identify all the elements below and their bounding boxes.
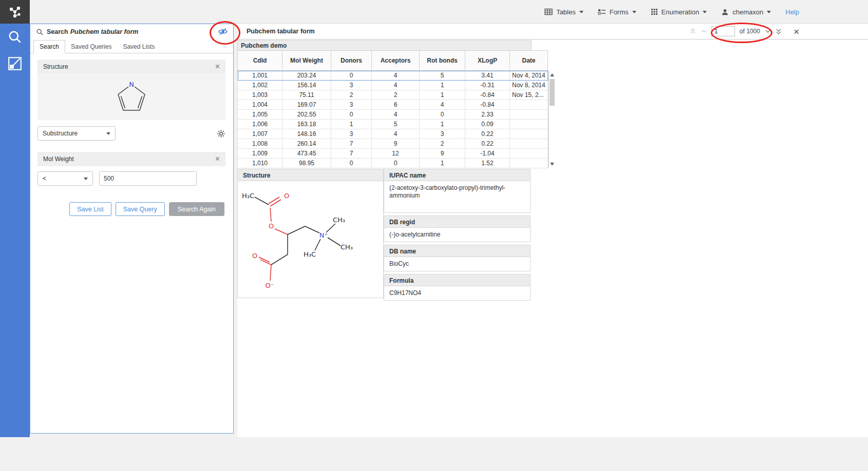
grid-cell[interactable]: 75.11 xyxy=(282,90,331,100)
table-row[interactable]: 1,009473.457129-1.04 xyxy=(238,149,548,159)
grid-cell[interactable]: 0 xyxy=(372,159,420,168)
remove-structure-filter-button[interactable]: × xyxy=(215,63,220,71)
grid-cell[interactable]: 2.33 xyxy=(465,110,510,120)
save-list-button[interactable]: Save List xyxy=(69,202,111,216)
column-header[interactable]: XLogP xyxy=(465,51,510,71)
grid-cell[interactable]: 156.14 xyxy=(282,81,331,90)
tab-saved-queries[interactable]: Saved Queries xyxy=(65,41,117,53)
grid-cell[interactable]: 202.55 xyxy=(282,110,331,120)
grid-cell[interactable]: 1,006 xyxy=(238,120,282,129)
grid-cell[interactable]: 1 xyxy=(331,120,372,129)
search-again-button[interactable]: Search Again xyxy=(169,202,224,216)
grid-cell[interactable] xyxy=(510,139,548,149)
grid-cell[interactable]: -0.84 xyxy=(465,90,510,100)
remove-molweight-filter-button[interactable]: × xyxy=(215,155,220,163)
jump-last-button[interactable] xyxy=(776,28,782,34)
scrollbar-thumb[interactable] xyxy=(550,79,555,106)
grid-cell[interactable]: 3 xyxy=(331,100,372,110)
grid-cell[interactable]: 1,001 xyxy=(238,71,282,81)
molweight-operator-select[interactable]: < xyxy=(37,171,93,186)
jump-first-button[interactable] xyxy=(690,28,696,34)
grid-cell[interactable]: 1 xyxy=(420,81,465,90)
grid-cell[interactable]: 4 xyxy=(372,81,420,90)
grid-cell[interactable]: 1 xyxy=(420,159,465,168)
grid-cell[interactable]: 2 xyxy=(420,139,465,149)
column-header[interactable]: CdId xyxy=(238,51,282,71)
grid-cell[interactable]: 1.52 xyxy=(465,159,510,168)
grid-cell[interactable]: 0.09 xyxy=(465,120,510,129)
hide-search-panel-button[interactable] xyxy=(218,27,228,38)
help-link[interactable]: Help xyxy=(785,8,799,16)
grid-cell[interactable] xyxy=(510,110,548,120)
table-row[interactable]: 1,001203.240453.41Nov 4, 2014 xyxy=(238,71,548,81)
grid-cell[interactable]: 3 xyxy=(331,129,372,139)
grid-cell[interactable]: 1,004 xyxy=(238,100,282,110)
tab-saved-lists[interactable]: Saved Lists xyxy=(117,41,160,53)
grid-cell[interactable]: 4 xyxy=(372,71,420,81)
table-row[interactable]: 1,008260.147920.22 xyxy=(238,139,548,149)
grid-cell[interactable] xyxy=(510,100,548,110)
grid-cell[interactable]: 4 xyxy=(372,110,420,120)
grid-cell[interactable] xyxy=(510,120,548,129)
menu-enumeration[interactable]: Enumeration xyxy=(651,8,707,16)
grid-cell[interactable]: 0 xyxy=(331,71,372,81)
table-row[interactable]: 1,01098.950011.52 xyxy=(238,159,548,168)
grid-cell[interactable]: 12 xyxy=(372,149,420,159)
grid-cell[interactable]: 2 xyxy=(331,90,372,100)
close-form-button[interactable]: × xyxy=(794,27,799,36)
grid-cell[interactable]: 1 xyxy=(420,120,465,129)
rail-forms-button[interactable] xyxy=(0,50,30,77)
grid-cell[interactable]: 7 xyxy=(331,149,372,159)
grid-cell[interactable]: 1,007 xyxy=(238,129,282,139)
grid-cell[interactable]: 5 xyxy=(372,120,420,129)
structure-options-gear-icon[interactable] xyxy=(217,129,225,138)
prev-record-button[interactable] xyxy=(701,28,707,34)
grid-cell[interactable]: 98.95 xyxy=(282,159,331,168)
grid-cell[interactable]: 0.22 xyxy=(465,139,510,149)
tab-search[interactable]: Search xyxy=(33,40,65,53)
grid-cell[interactable]: 148.16 xyxy=(282,129,331,139)
record-number-input[interactable] xyxy=(711,26,735,36)
grid-cell[interactable]: 3.41 xyxy=(465,71,510,81)
grid-cell[interactable]: Nov 4, 2014 xyxy=(510,71,548,81)
menu-forms[interactable]: Forms xyxy=(598,8,636,16)
scroll-down-arrow[interactable] xyxy=(550,163,554,166)
column-header[interactable]: Mol Weight xyxy=(282,51,331,71)
menu-user-chemaxon[interactable]: chemaxon xyxy=(721,8,771,16)
grid-cell[interactable]: 4 xyxy=(372,129,420,139)
table-row[interactable]: 1,00375.11221-0.84Nov 15, 2... xyxy=(238,90,548,100)
grid-cell[interactable]: 9 xyxy=(372,139,420,149)
grid-cell[interactable]: 169.07 xyxy=(282,100,331,110)
next-record-button[interactable] xyxy=(765,28,771,34)
save-query-button[interactable]: Save Query xyxy=(116,202,165,216)
table-row[interactable]: 1,005202.550402.33 xyxy=(238,110,548,120)
grid-cell[interactable]: 163.18 xyxy=(282,120,331,129)
grid-cell[interactable] xyxy=(510,149,548,159)
grid-cell[interactable] xyxy=(510,129,548,139)
grid-cell[interactable]: 260.14 xyxy=(282,139,331,149)
table-row[interactable]: 1,007148.163430.22 xyxy=(238,129,548,139)
chemaxon-logo[interactable] xyxy=(0,0,30,24)
grid-cell[interactable]: Nov 15, 2... xyxy=(510,90,548,100)
grid-cell[interactable]: 1,009 xyxy=(238,149,282,159)
grid-cell[interactable]: 3 xyxy=(420,129,465,139)
grid-cell[interactable]: 2 xyxy=(372,90,420,100)
grid-cell[interactable]: 0 xyxy=(331,159,372,168)
grid-cell[interactable]: 1,010 xyxy=(238,159,282,168)
grid-cell[interactable]: -0.84 xyxy=(465,100,510,110)
grid-cell[interactable]: -1.04 xyxy=(465,149,510,159)
grid-cell[interactable]: 1,008 xyxy=(238,139,282,149)
grid-cell[interactable] xyxy=(510,159,548,168)
grid-cell[interactable]: 0.22 xyxy=(465,129,510,139)
table-row[interactable]: 1,004169.07364-0.84 xyxy=(238,100,548,110)
grid-cell[interactable]: 5 xyxy=(420,71,465,81)
grid-cell[interactable]: 4 xyxy=(420,100,465,110)
grid-cell[interactable]: 1 xyxy=(420,90,465,100)
molweight-value-input[interactable] xyxy=(99,171,197,186)
grid-cell[interactable]: 7 xyxy=(331,139,372,149)
grid-cell[interactable]: 1,002 xyxy=(238,81,282,90)
grid-cell[interactable]: Nov 8, 2014 xyxy=(510,81,548,90)
scroll-up-arrow[interactable] xyxy=(550,73,554,76)
grid-cell[interactable]: 203.24 xyxy=(282,71,331,81)
column-header[interactable]: Date xyxy=(510,51,548,71)
